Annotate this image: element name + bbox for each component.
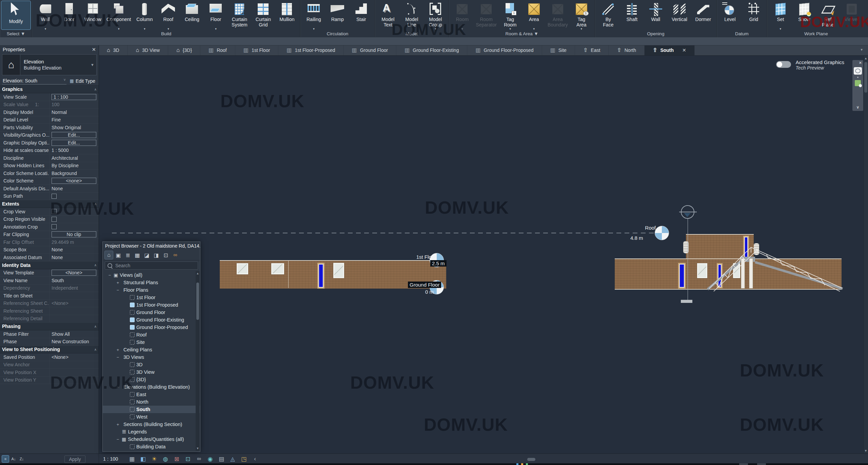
property-value[interactable]: None — [52, 255, 63, 260]
property-row[interactable]: Crop Region Visible — [0, 216, 99, 224]
tree-expander[interactable]: − — [116, 288, 120, 293]
scroll-up-icon[interactable]: ▲ — [196, 271, 200, 276]
section-extents[interactable]: Extents ∧ — [0, 200, 99, 208]
window-elevation[interactable] — [237, 263, 248, 274]
ribbon-button[interactable]: Railing ▾ — [302, 1, 326, 30]
property-row[interactable]: Visibility/Graphics O... Edit... — [0, 132, 99, 139]
property-row[interactable]: Dependency Independent — [0, 285, 99, 292]
close-icon[interactable] — [682, 47, 686, 53]
ribbon-button[interactable]: Show ▾ — [792, 1, 816, 27]
tree-item[interactable]: 1st Floor — [103, 294, 200, 301]
view-control-icon[interactable]: ◍ — [162, 455, 169, 463]
scroll-down-icon[interactable]: ▼ — [196, 446, 200, 451]
view-control-icon[interactable]: ⊡ — [184, 455, 192, 463]
property-value[interactable]: New Construction — [52, 339, 89, 344]
level-elevation-ground-floor[interactable]: 0 m — [425, 289, 434, 295]
tree-item[interactable]: − Floor Plans — [103, 286, 200, 294]
level-marker-roof[interactable] — [655, 226, 669, 240]
scroll-up-icon[interactable]: ▲ — [864, 56, 868, 61]
property-value[interactable]: 29.4649 m — [52, 239, 74, 245]
property-row[interactable]: Scope Box None — [0, 246, 99, 254]
tree-expander[interactable]: − — [116, 437, 120, 442]
search-box[interactable] — [105, 261, 198, 270]
tree-item[interactable]: + Sections (Building Section) — [103, 421, 200, 428]
close-icon[interactable] — [859, 61, 863, 65]
view-control-icon[interactable]: ☀ — [151, 455, 158, 463]
ribbon-button[interactable]: Column ▾ — [133, 1, 156, 30]
tree-item[interactable]: Legends — [103, 428, 200, 435]
property-row[interactable]: View Position X — [0, 369, 99, 376]
browser-toolbar-icon[interactable]: ▣ — [114, 251, 122, 259]
property-value[interactable]: Edit... — [52, 140, 96, 146]
property-row[interactable]: Far Clipping No clip — [0, 231, 99, 239]
collapse-icon[interactable]: ∧ — [94, 325, 99, 328]
sort-icon[interactable]: Z↓ — [18, 456, 25, 462]
property-value[interactable]: Normal — [52, 110, 67, 115]
property-row[interactable]: Sun Path — [0, 193, 99, 200]
view-tab[interactable]: {3D} — [168, 45, 200, 55]
property-row[interactable]: Display Model Normal — [0, 109, 99, 116]
property-row[interactable]: Phase New Construction — [0, 338, 99, 346]
ribbon-group-label[interactable]: Room & Area ▼ — [450, 30, 593, 37]
property-value[interactable]: <none> — [52, 178, 96, 184]
section-graphics[interactable]: Graphics ∧ — [0, 85, 99, 93]
tree-item[interactable]: − Schedules/Quantities (all) — [103, 435, 200, 443]
tree-item[interactable]: Site — [103, 338, 200, 346]
property-row[interactable]: Associated Datum None — [0, 254, 99, 261]
tree-item[interactable]: Ground Floor-Existing — [103, 316, 200, 324]
property-value[interactable]: Edit... — [52, 132, 96, 138]
tree-item[interactable]: 3D — [103, 361, 200, 368]
view-tab[interactable]: Site — [542, 45, 575, 55]
property-value[interactable]: 100 — [52, 102, 59, 107]
property-value[interactable]: <None> — [52, 301, 68, 306]
ribbon-button[interactable]: Area ▾ — [522, 1, 546, 30]
ribbon-button[interactable]: Model Line ▾ — [400, 1, 423, 27]
project-browser-titlebar[interactable]: Project Browser - 2 Old maidstone Rd, DA… — [103, 242, 200, 250]
property-row[interactable]: Referencing Sheet — [0, 307, 99, 315]
ribbon-button[interactable]: Ramp ▾ — [326, 1, 349, 27]
upper-door-elevation[interactable] — [743, 236, 749, 258]
ribbon-button[interactable]: Room Separator ▾ — [474, 1, 498, 27]
tree-item[interactable]: + Ceiling Plans — [103, 346, 200, 353]
collapse-icon[interactable]: ∧ — [94, 88, 99, 91]
view-control-icon[interactable]: ‹ — [251, 455, 259, 463]
ribbon-button[interactable]: Level ▾ — [718, 1, 742, 27]
tree-item[interactable]: − Views (all) — [103, 271, 200, 279]
support-post[interactable] — [749, 258, 753, 288]
tree-item[interactable]: Ground Floor-Proposed — [103, 324, 200, 331]
ribbon-button[interactable]: Viewer ▾ — [840, 1, 864, 27]
view-scale-button[interactable]: 1 : 100 — [103, 456, 118, 462]
sort-icon[interactable]: A↓ — [10, 456, 17, 462]
ribbon-button[interactable]: Component ▾ — [105, 1, 133, 30]
property-value[interactable]: 1 : 100 — [52, 94, 96, 100]
property-value[interactable]: <None> — [52, 270, 96, 276]
tree-item[interactable]: − Elevations (Building Elevation) — [103, 383, 200, 391]
chevron-down-icon[interactable]: ▼ — [88, 63, 96, 67]
property-row[interactable]: Detail Level Fine — [0, 116, 99, 124]
reference-end-marker[interactable] — [681, 300, 692, 303]
browser-toolbar-icon[interactable]: ◪ — [143, 251, 151, 259]
ribbon-group-label[interactable]: Select ▼ — [1, 30, 31, 37]
property-row[interactable]: Default Analysis Dis... None — [0, 185, 99, 193]
tab-overflow-icon[interactable]: ▾ — [861, 47, 866, 52]
property-value[interactable]: <None> — [52, 354, 68, 360]
tree-item[interactable]: + Structural Plans — [103, 279, 200, 286]
ribbon-button[interactable]: Roof ▾ — [156, 1, 180, 30]
proposed-wall-elevation[interactable] — [615, 258, 842, 290]
roof-level-line[interactable] — [112, 233, 657, 233]
tree-item[interactable]: − Sheets (all) — [103, 450, 200, 451]
property-row[interactable]: Annotation Crop — [0, 223, 99, 231]
view-control-icon[interactable]: ◬ — [229, 455, 236, 463]
reference-line[interactable] — [688, 219, 688, 300]
property-value[interactable]: By Discipline — [52, 163, 79, 168]
ribbon-button[interactable]: Dormer ▾ — [691, 1, 715, 27]
view-control-icon[interactable]: ∞ — [195, 455, 203, 463]
section-phasing[interactable]: Phasing ∧ — [0, 323, 99, 330]
view-control-icon[interactable]: ◉ — [206, 455, 214, 463]
property-value[interactable]: Show Original — [52, 125, 81, 130]
browser-toolbar-icon[interactable]: ∞ — [171, 251, 179, 259]
tree-expander[interactable]: + — [116, 280, 120, 285]
ribbon-button[interactable]: Floor ▾ — [204, 1, 228, 30]
search-input[interactable] — [115, 263, 195, 269]
ribbon-button[interactable]: Wall ▾ — [34, 1, 57, 30]
